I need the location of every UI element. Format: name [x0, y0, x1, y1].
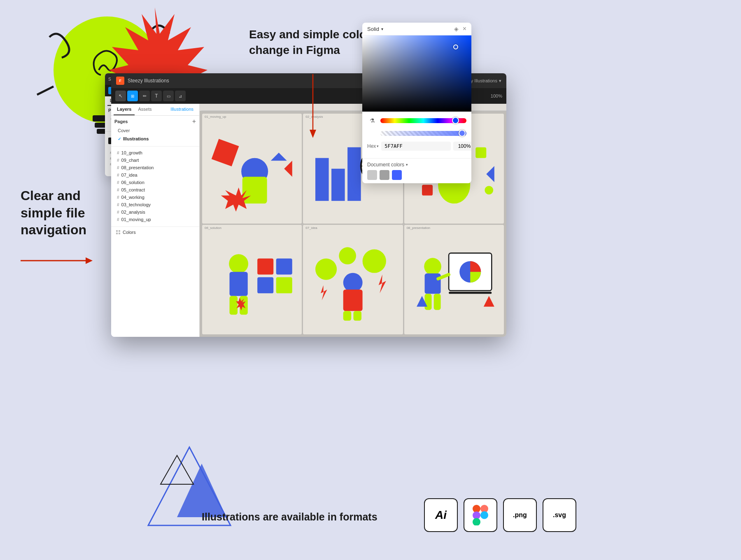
- tool-select[interactable]: ↖: [115, 91, 126, 101]
- svg-rect-22: [347, 147, 361, 201]
- swatch-2[interactable]: [380, 170, 389, 180]
- color-arrow: [305, 74, 321, 142]
- figma-window-title: Steezy Illustrations: [128, 78, 169, 84]
- svg-point-69: [480, 511, 488, 519]
- format-svg[interactable]: .svg: [543, 498, 576, 532]
- svg-rect-11: [116, 233, 118, 234]
- svg-rect-38: [257, 258, 273, 274]
- panel-tabs: Layers Assets Illustrations: [111, 104, 199, 116]
- svg-rect-54: [449, 292, 492, 294]
- pages-header: Pages: [114, 119, 128, 124]
- svg-rect-29: [475, 147, 486, 158]
- hue-cursor: [452, 117, 459, 124]
- color-change-title2: change in Figma: [249, 42, 371, 58]
- tab-layers[interactable]: Layers: [114, 104, 135, 115]
- format-figma[interactable]: [464, 498, 497, 532]
- tab-assets[interactable]: Assets: [135, 104, 155, 115]
- color-type-selector[interactable]: Solid ▾: [367, 26, 383, 32]
- svg-marker-31: [486, 166, 494, 182]
- doc-colors-header[interactable]: Document colors ▾: [367, 162, 466, 168]
- svg-point-34: [229, 254, 248, 273]
- svg-rect-41: [276, 277, 292, 293]
- page-illustrations[interactable]: ✓ Illustrations: [114, 135, 196, 143]
- opacity-input[interactable]: [453, 142, 471, 151]
- color-picker-panel: Solid ▾ ◈ × ⚗: [362, 23, 471, 183]
- layer-item[interactable]: # 08_presentation: [114, 164, 196, 171]
- layer-item[interactable]: # 06_solution: [114, 179, 196, 186]
- svg-rect-57: [424, 294, 431, 310]
- opacity-cursor: [459, 130, 466, 137]
- left-panel: Layers Assets Illustrations Pages + Cove…: [111, 104, 200, 337]
- layers-list: # 10_growth # 09_chart # 08_presentation…: [111, 147, 199, 225]
- pages-section: Pages + Cover ✓ Illustrations: [111, 116, 199, 145]
- nav-title: Clear andsimple filenavigation: [21, 187, 86, 239]
- svg-rect-14: [212, 139, 239, 166]
- svg-rect-58: [433, 294, 440, 310]
- svg-point-33: [485, 186, 493, 194]
- svg-marker-60: [483, 296, 494, 306]
- svg-point-43: [315, 258, 337, 280]
- hex-label[interactable]: Hex ▾: [367, 143, 379, 149]
- svg-rect-68: [473, 518, 480, 525]
- tool-zoom[interactable]: 100%: [491, 93, 502, 98]
- svg-point-45: [363, 249, 386, 273]
- color-change-annotation: Easy and simple color change in Figma: [249, 27, 371, 58]
- color-change-title: Easy and simple color: [249, 27, 371, 42]
- format-png[interactable]: .png: [503, 498, 537, 532]
- svg-rect-39: [276, 258, 292, 274]
- layer-item[interactable]: # 05_contract: [114, 186, 196, 194]
- svg-marker-63: [177, 464, 226, 517]
- color-picker-style-icon[interactable]: ◈: [454, 26, 459, 32]
- tool-rect[interactable]: ▭: [163, 91, 174, 101]
- canvas-cell-solution: 06_solution: [202, 225, 302, 335]
- canvas-cell-presentation: 08_presentation: [404, 225, 504, 335]
- svg-rect-20: [315, 158, 329, 201]
- color-gradient-cursor: [453, 44, 458, 49]
- svg-marker-8: [86, 257, 93, 264]
- tab-illustrations[interactable]: Illustrations: [167, 104, 197, 115]
- layer-item[interactable]: # 02_analysis: [114, 208, 196, 216]
- color-picker-close-icon[interactable]: ×: [463, 26, 466, 32]
- opacity-slider[interactable]: [380, 131, 466, 136]
- tool-component[interactable]: ⊿: [175, 91, 186, 101]
- svg-point-46: [343, 273, 363, 292]
- layer-item[interactable]: # 04_working: [114, 194, 196, 201]
- layer-item[interactable]: # 09_chart: [114, 156, 196, 164]
- hex-input[interactable]: [381, 142, 451, 151]
- tool-text[interactable]: T: [151, 91, 162, 101]
- svg-rect-48: [343, 311, 352, 320]
- svg-rect-16: [242, 177, 267, 203]
- svg-marker-50: [379, 274, 386, 293]
- canvas-cell-idea: 07_idea: [303, 225, 403, 335]
- color-gradient-area[interactable]: [362, 35, 471, 112]
- swatch-1[interactable]: [367, 170, 377, 180]
- eyedropper-button[interactable]: ⚗: [367, 116, 377, 126]
- format-ai[interactable]: Ai: [424, 498, 458, 532]
- svg-point-55: [424, 258, 441, 275]
- layer-item[interactable]: # 01_moving_up: [114, 216, 196, 223]
- svg-rect-56: [424, 273, 440, 294]
- page-cover[interactable]: Cover: [114, 126, 196, 135]
- svg-point-44: [339, 247, 357, 264]
- svg-marker-18: [284, 161, 292, 177]
- layer-item[interactable]: # 07_idea: [114, 171, 196, 179]
- layer-item[interactable]: # 03_technology: [114, 201, 196, 208]
- tool-pen[interactable]: ✏: [139, 91, 150, 101]
- layer-item[interactable]: # 10_growth: [114, 149, 196, 156]
- format-icons: Ai .png .svg: [424, 498, 576, 532]
- svg-rect-40: [257, 277, 273, 293]
- svg-marker-6: [310, 130, 316, 138]
- svg-rect-36: [229, 296, 238, 315]
- swatch-3[interactable]: [392, 170, 402, 180]
- doc-colors-section: Document colors ▾: [362, 158, 471, 183]
- formats-label: Illustrations are available in formats: [202, 511, 377, 523]
- svg-rect-49: [354, 311, 362, 320]
- hue-slider[interactable]: [380, 118, 466, 123]
- svg-marker-51: [321, 285, 327, 300]
- color-picker-header: Solid ▾ ◈ ×: [362, 23, 471, 35]
- tool-frame[interactable]: ⊞: [127, 91, 138, 101]
- colors-section[interactable]: Colors: [111, 229, 199, 236]
- svg-rect-10: [119, 230, 120, 232]
- add-page-btn[interactable]: +: [192, 118, 196, 125]
- svg-rect-47: [343, 289, 363, 311]
